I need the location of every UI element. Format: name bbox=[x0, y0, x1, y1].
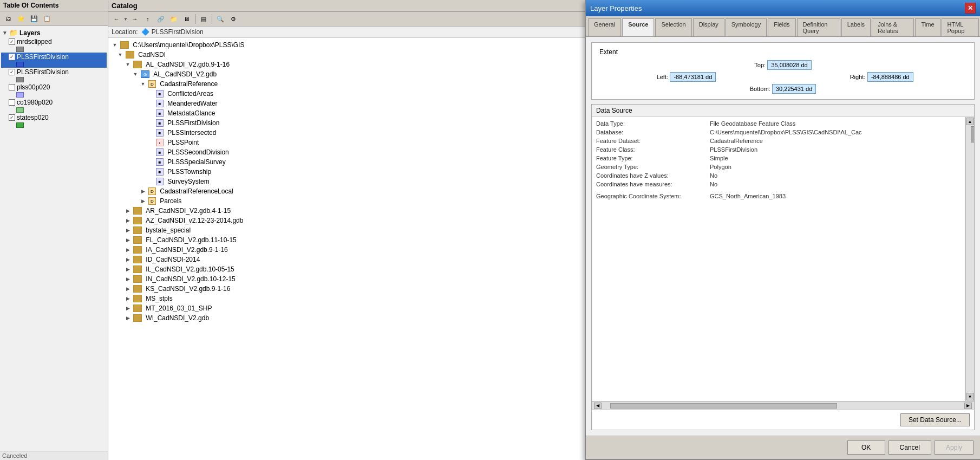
dialog-close-button[interactable]: ✕ bbox=[965, 3, 976, 14]
disconnect-btn[interactable]: 📁 bbox=[168, 13, 180, 25]
toc-layers-label: Layers bbox=[19, 29, 41, 37]
ds-val-measures: No bbox=[710, 181, 961, 187]
tree-cadastral-ref-local-label: CadastralReferenceLocal bbox=[160, 187, 233, 195]
tab-time[interactable]: Time bbox=[915, 18, 940, 36]
toc-item-PLSSFirstDivision-selected[interactable]: PLSSFirstDivision bbox=[1, 53, 107, 61]
toc-btn-3[interactable]: 💾 bbox=[28, 12, 40, 24]
ia-folder-icon bbox=[133, 246, 142, 254]
options-btn[interactable]: ⚙ bbox=[227, 13, 239, 25]
toc-item-mrdsclipped[interactable]: mrdsclipped bbox=[1, 37, 107, 46]
tree-al-gdb-label: AL_CadNSDI_V2.gdb bbox=[153, 70, 217, 78]
ds-row-geometry-type: Geometry Type: Polygon bbox=[594, 163, 963, 171]
il-expand: ▶ bbox=[123, 265, 132, 274]
az-expand: ▶ bbox=[123, 216, 132, 225]
back-btn[interactable]: ← bbox=[110, 13, 122, 25]
checkbox-plss00p020[interactable] bbox=[9, 84, 15, 90]
tab-definition-query[interactable]: Definition Query bbox=[797, 18, 840, 36]
toc-btn-2[interactable]: ⭐ bbox=[15, 12, 27, 24]
checkbox-statesp020[interactable] bbox=[9, 114, 15, 121]
tab-source[interactable]: Source bbox=[622, 18, 654, 36]
toc-item-co1980p020[interactable]: co1980p020 bbox=[1, 98, 107, 107]
ds-row-data-type: Data Type: File Geodatabase Feature Clas… bbox=[594, 119, 963, 128]
ds-key-z-values: Coordinates have Z values: bbox=[596, 172, 710, 179]
tab-labels[interactable]: Labels bbox=[841, 18, 871, 36]
list-btn[interactable]: ▤ bbox=[198, 13, 210, 25]
ds-key-feature-dataset: Feature Dataset: bbox=[596, 138, 710, 144]
location-value-text: PLSSFirstDivision bbox=[152, 28, 204, 36]
checkbox-PLSSFirstDivision-sel[interactable] bbox=[9, 54, 15, 60]
tab-html-popup[interactable]: HTML Popup bbox=[942, 18, 979, 36]
location-value-container: 🔷 PLSSFirstDivision bbox=[141, 28, 204, 36]
dialog-content: Extent Top: 35,008028 dd Left: -88,47318… bbox=[586, 37, 980, 436]
ds-row-database: Database: C:\Users\mquentel\Dropbox\PLSS… bbox=[594, 128, 963, 137]
conflicted-feature-icon: ■ bbox=[156, 90, 164, 98]
toolbar-sep-2 bbox=[212, 14, 212, 24]
tab-display[interactable]: Display bbox=[693, 18, 724, 36]
scroll-right-btn[interactable]: ▶ bbox=[964, 403, 972, 409]
wi-expand: ▶ bbox=[123, 314, 132, 322]
h-scroll-thumb[interactable] bbox=[610, 403, 837, 409]
toc-swatch-PLSSFirstDivision-sel bbox=[1, 61, 107, 68]
scroll-left-btn[interactable]: ◀ bbox=[594, 403, 602, 409]
ok-button[interactable]: OK bbox=[847, 440, 885, 455]
tab-fields[interactable]: Fields bbox=[768, 18, 795, 36]
tab-selection[interactable]: Selection bbox=[655, 18, 691, 36]
plss-special-icon: ■ bbox=[156, 158, 164, 166]
cancel-button[interactable]: Cancel bbox=[888, 440, 931, 455]
connect-btn[interactable]: 🔗 bbox=[155, 13, 167, 25]
plss-first-expand bbox=[146, 119, 155, 127]
server-btn[interactable]: 🖥 bbox=[181, 13, 193, 25]
ds-row-feature-type: Feature Type: Simple bbox=[594, 154, 963, 163]
location-label: Location: bbox=[112, 28, 138, 36]
tree-cadastral-ref-label: CadastralReference bbox=[160, 80, 218, 88]
toc-btn-4[interactable]: 📋 bbox=[41, 12, 53, 24]
toc-tree: ▼ 📁 Layers mrdsclipped PLSSFirstDivision bbox=[0, 26, 108, 451]
tree-cadnsdi-label: CadNSDI bbox=[138, 51, 166, 59]
bottom-label: Bottom: bbox=[750, 86, 770, 92]
datasource-scrollbar[interactable]: ▲ ▼ bbox=[965, 117, 974, 401]
toc-item-statesp020[interactable]: statesp020 bbox=[1, 113, 107, 122]
up-btn[interactable]: ↑ bbox=[142, 13, 154, 25]
search-btn[interactable]: 🔍 bbox=[214, 13, 226, 25]
checkbox-PLSSFirstDivision2[interactable] bbox=[9, 69, 15, 75]
set-datasource-button[interactable]: Set Data Source... bbox=[900, 413, 970, 426]
tab-symbology[interactable]: Symbology bbox=[726, 18, 767, 36]
ds-val-feature-class: PLSSFirstDivision bbox=[710, 146, 961, 153]
toolbar-sep-1 bbox=[195, 14, 195, 24]
mt-folder-icon bbox=[133, 304, 142, 312]
datasource-h-scrollbar[interactable]: ◀ ▶ bbox=[592, 401, 974, 410]
toc-item-PLSSFirstDivision2[interactable]: PLSSFirstDivision bbox=[1, 68, 107, 76]
checkbox-mrdsclipped[interactable] bbox=[9, 38, 15, 45]
apply-button[interactable]: Apply bbox=[935, 440, 974, 455]
toc-swatch-co1980p020 bbox=[1, 107, 107, 113]
checkbox-co1980p020[interactable] bbox=[9, 99, 15, 106]
root-folder-icon bbox=[120, 41, 129, 49]
toc-btn-1[interactable]: 🗂 bbox=[2, 12, 14, 24]
toc-item-plss00p020[interactable]: plss00p020 bbox=[1, 83, 107, 92]
extent-grid: Top: 35,008028 dd Left: -88,473181 dd Ri bbox=[599, 60, 966, 94]
swatch-PLSSFirstDivision2 bbox=[16, 77, 24, 82]
meandered-expand bbox=[146, 99, 155, 108]
forward-btn[interactable]: → bbox=[129, 13, 141, 25]
tab-joins-relates[interactable]: Joins & Relates bbox=[872, 18, 914, 36]
plss-intersected-expand bbox=[146, 128, 155, 137]
al-expand-icon: ▼ bbox=[123, 60, 132, 69]
bystate-expand: ▶ bbox=[123, 226, 132, 235]
scroll-up-btn[interactable]: ▲ bbox=[966, 118, 974, 125]
scroll-down-btn[interactable]: ▼ bbox=[966, 393, 974, 400]
plss-second-expand bbox=[146, 148, 155, 157]
tree-plss-point-label: PLSSPoint bbox=[167, 139, 199, 146]
tree-meandered-water-label: MeanderedWater bbox=[167, 100, 217, 107]
mrdsclipped-label: mrdsclipped bbox=[17, 38, 52, 46]
parcels-dataset-icon: D bbox=[148, 197, 156, 205]
scroll-thumb[interactable] bbox=[971, 126, 975, 142]
datasource-table[interactable]: Data Type: File Geodatabase Feature Clas… bbox=[592, 117, 965, 401]
tab-general[interactable]: General bbox=[588, 18, 621, 36]
tree-plss-first-division-label: PLSSFirstDivision bbox=[167, 119, 219, 127]
conflicted-expand bbox=[146, 89, 155, 98]
tree-conflicted-areas-label: ConflictedAreas bbox=[167, 90, 213, 98]
back-dropdown[interactable]: ▼ bbox=[123, 17, 128, 22]
tree-ar-folder-label: AR_CadNSDI_V2.gdb.4-1-15 bbox=[146, 207, 231, 215]
mt-expand: ▶ bbox=[123, 304, 132, 313]
cadnsdi-expand-icon: ▼ bbox=[116, 50, 125, 59]
